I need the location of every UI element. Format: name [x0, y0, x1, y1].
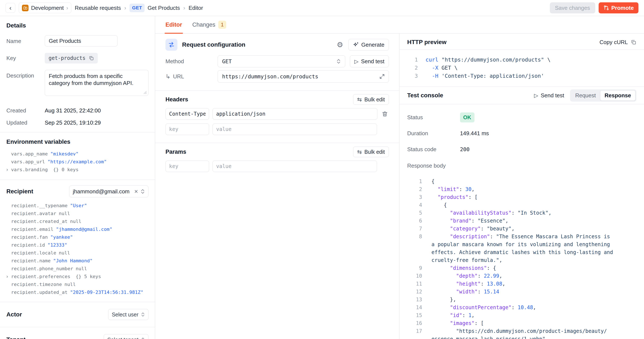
changes-count-badge: 1: [218, 21, 226, 29]
name-input[interactable]: [45, 35, 118, 46]
method-select[interactable]: GET: [218, 55, 345, 67]
code-line: 5 "availabilityStatus": "In Stock",: [407, 209, 636, 217]
variable-row: recipient.created_atnull: [11, 219, 148, 226]
header-value-input-empty[interactable]: [212, 124, 377, 135]
headers-bulk-edit-button[interactable]: ⇆ Bulk edit: [353, 94, 389, 105]
breadcrumb-editor[interactable]: Editor: [189, 5, 203, 11]
code-text: "dimensions": {: [432, 264, 496, 272]
variable-row: vars.app_url"https://example.com": [11, 159, 148, 167]
code-line: 6 "brand": "Essence",: [407, 217, 636, 225]
status-code-value: 200: [460, 146, 470, 152]
promote-button[interactable]: Promote: [599, 2, 638, 14]
code-line: 4 {: [407, 201, 636, 209]
breadcrumb-reusable-requests[interactable]: Reusable requests: [75, 5, 121, 11]
tab-editor[interactable]: Editor: [166, 16, 182, 33]
http-preview-title: HTTP preview: [407, 39, 446, 46]
line-number: 9: [407, 264, 422, 272]
variable-key: vars.app_name: [11, 151, 48, 156]
curl-preview-code: 1curl "https://dummyjson.com/products" \…: [407, 50, 636, 80]
variable-value: {} 0 keys: [50, 167, 78, 172]
code-text: "brand": "Essence",: [432, 217, 508, 225]
variable-value: "12333": [48, 242, 67, 248]
bulk-edit-label: Bulk edit: [364, 96, 385, 103]
copy-icon: [631, 40, 636, 45]
expand-chevron-icon[interactable]: ›: [6, 167, 8, 172]
bulk-edit-label: Bulk edit: [364, 149, 385, 155]
trash-icon[interactable]: [381, 110, 389, 118]
updown-chevrons-icon: [140, 189, 145, 194]
variable-value: null: [70, 219, 81, 224]
console-send-test-label: Send test: [541, 92, 564, 99]
variable-value: "User": [70, 203, 87, 208]
toggle-request[interactable]: Request: [571, 90, 600, 101]
variable-row: vars.app_name"mikesdev": [11, 151, 148, 159]
request-response-toggle: Request Response: [570, 90, 636, 102]
expand-icon[interactable]: [379, 74, 385, 80]
save-changes-button[interactable]: Save changes: [550, 2, 595, 14]
code-line: 1curl "https://dummyjson.com/products" \: [407, 56, 636, 64]
main-area: Editor Changes 1: [155, 16, 644, 339]
tenant-select-label: Select tenant: [107, 337, 138, 339]
variable-key: vars.app_url: [11, 159, 45, 164]
url-input[interactable]: [218, 70, 389, 82]
back-button[interactable]: ‹: [6, 3, 15, 13]
code-line: effects. Achieve dramatic lashes with th…: [407, 248, 636, 256]
header-value-input[interactable]: [212, 108, 377, 120]
gear-icon[interactable]: ⚙: [337, 41, 343, 48]
line-number: 8: [407, 233, 422, 240]
tab-editor-label: Editor: [166, 22, 182, 28]
tenant-heading: Tenant: [6, 336, 26, 339]
header-key-input[interactable]: [166, 108, 209, 120]
http-preview-panel: HTTP preview Copy cURL 1curl "https://du…: [400, 34, 644, 339]
param-key-input[interactable]: [166, 160, 209, 172]
clear-icon[interactable]: ×: [134, 188, 138, 195]
description-textarea[interactable]: Fetch products from a specific category …: [45, 70, 148, 96]
line-number: 17: [407, 327, 422, 335]
code-text: -X GET \: [426, 64, 458, 72]
variable-key: recipient.fan: [11, 234, 48, 240]
variable-value: null: [59, 211, 70, 216]
key-label: Key: [6, 52, 45, 64]
line-number: [407, 248, 422, 256]
variable-row: recipient.email"jhammond@gmail.com": [11, 226, 148, 234]
variable-key: vars.branding: [11, 167, 48, 172]
tab-changes[interactable]: Changes 1: [192, 16, 226, 33]
code-text: curl "https://dummyjson.com/products" \: [426, 56, 550, 64]
param-value-input[interactable]: [212, 160, 377, 172]
code-text: "https://cdn.dummyjson.com/product-image…: [432, 327, 607, 335]
code-text: essence-mascara-lash-princess/1.webp": [432, 335, 546, 339]
section-divider: [155, 90, 399, 91]
code-line: 2 "limit": 30,: [407, 186, 636, 193]
updown-chevrons-icon: [336, 58, 341, 64]
header-key-input-empty[interactable]: [166, 124, 209, 135]
generate-button[interactable]: Generate: [348, 39, 389, 50]
console-send-test-button[interactable]: ▷ Send test: [534, 92, 564, 99]
code-line: 2 -X GET \: [407, 64, 636, 72]
copy-curl-button[interactable]: Copy cURL: [600, 39, 636, 46]
resize-handle[interactable]: [143, 90, 147, 94]
tenant-select[interactable]: Select tenant: [104, 334, 148, 339]
line-number: 6: [407, 217, 422, 225]
details-sidebar: Details Name Key get-products Descriptio…: [0, 16, 155, 339]
toggle-response[interactable]: Response: [600, 90, 636, 101]
variable-row: recipient.id"12333": [11, 242, 148, 250]
environment-label: Development: [31, 5, 64, 11]
line-number: [407, 256, 422, 264]
actor-select[interactable]: Select user: [108, 309, 148, 320]
expand-chevron-icon[interactable]: ›: [6, 274, 8, 280]
params-bulk-edit-button[interactable]: ⇆ Bulk edit: [353, 146, 389, 157]
recipient-select[interactable]: jhammond@gmail.com ×: [69, 186, 148, 198]
copy-icon[interactable]: [89, 56, 94, 61]
environment-switcher[interactable]: Development ›: [19, 2, 71, 13]
actor-select-label: Select user: [112, 312, 138, 318]
code-text: {: [432, 201, 447, 209]
line-number: 12: [407, 288, 422, 296]
breadcrumb-request-name[interactable]: Get Products: [148, 5, 180, 11]
promote-branch-icon: [603, 5, 609, 11]
code-text: "limit": 30,: [432, 186, 474, 193]
send-test-button[interactable]: ▷ Send test: [350, 55, 389, 67]
variable-value: "mikesdev": [50, 151, 78, 156]
code-line: 12 "width": 15.14: [407, 288, 636, 296]
code-text: effects. Achieve dramatic lashes with th…: [432, 248, 613, 256]
variable-row: recipient.name"John Hammond": [11, 258, 148, 266]
